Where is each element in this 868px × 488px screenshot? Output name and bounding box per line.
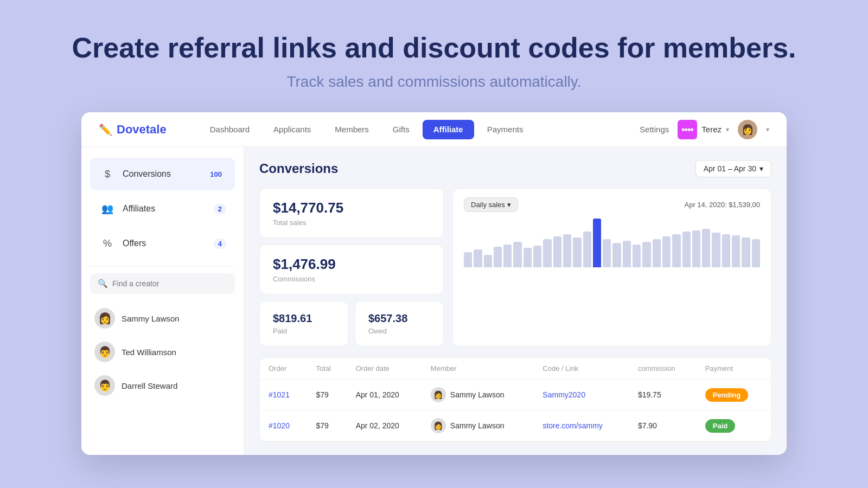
conversions-badge: 100 <box>206 169 226 179</box>
avatar-chevron-icon: ▾ <box>766 126 769 133</box>
avatar: 👩 <box>431 418 446 433</box>
commission-cell: $7.90 <box>629 410 697 441</box>
code-link[interactable]: Sammy2020 <box>534 380 629 410</box>
bar[interactable] <box>742 237 750 267</box>
order-date-cell: Apr 01, 2020 <box>347 380 422 410</box>
status-badge: Paid <box>705 419 735 433</box>
bar[interactable] <box>653 239 661 267</box>
users-icon: 👥 <box>99 200 116 217</box>
bar[interactable] <box>682 232 691 267</box>
table-container: Order Total Order date Member Code / Lin… <box>259 357 771 442</box>
sidebar-item-affiliates[interactable]: 👥 Affiliates 2 <box>90 192 235 225</box>
bar[interactable] <box>524 248 532 267</box>
order-link[interactable]: #1021 <box>260 380 307 410</box>
bar[interactable] <box>494 247 502 267</box>
tab-members[interactable]: Members <box>324 120 380 139</box>
nav-tabs: Dashboard Applicants Members Gifts Affil… <box>199 112 640 146</box>
bar[interactable] <box>692 230 700 267</box>
bar[interactable] <box>474 249 482 267</box>
dollar-icon: $ <box>99 165 116 183</box>
bar[interactable] <box>543 239 551 267</box>
avatar[interactable]: 👩 <box>738 120 757 139</box>
logo-text: Dovetale <box>117 123 167 137</box>
order-link[interactable]: #1020 <box>260 410 307 441</box>
hero-section: Create referral links and discount codes… <box>0 0 868 112</box>
bar[interactable] <box>484 255 492 268</box>
affiliates-badge: 2 <box>214 204 226 214</box>
creator-list: 👩 Sammy Lawson 👨 Ted Williamson 👨 Darrel… <box>90 303 235 401</box>
stat-card-paid: $819.61 Paid <box>259 301 348 346</box>
conversions-table: Order Total Order date Member Code / Lin… <box>260 358 771 441</box>
bar[interactable] <box>702 229 710 267</box>
bar[interactable] <box>633 245 641 268</box>
bar[interactable] <box>732 235 740 267</box>
col-total: Total <box>307 358 347 380</box>
bar[interactable] <box>722 234 730 268</box>
bar[interactable] <box>503 245 512 268</box>
logo[interactable]: ✏️ Dovetale <box>99 123 167 137</box>
bar[interactable] <box>573 237 581 267</box>
chart-dropdown[interactable]: Daily sales ▾ <box>464 197 518 212</box>
creator-name: Ted Williamson <box>122 348 176 357</box>
bar[interactable] <box>662 236 671 267</box>
payment-cell: Paid <box>697 410 771 441</box>
settings-link[interactable]: Settings <box>640 125 669 134</box>
date-range-button[interactable]: Apr 01 – Apr 30 ▾ <box>695 160 771 177</box>
col-commission: commission <box>629 358 697 380</box>
search-input[interactable] <box>112 279 227 288</box>
bar[interactable] <box>612 243 621 267</box>
status-badge: Pending <box>705 388 748 402</box>
bar[interactable] <box>672 234 680 268</box>
tab-dashboard[interactable]: Dashboard <box>199 120 260 139</box>
tab-applicants[interactable]: Applicants <box>263 120 322 139</box>
bar[interactable] <box>752 239 760 267</box>
total-sales-value: $14,770.75 <box>273 200 430 216</box>
right-panel: Conversions Apr 01 – Apr 30 ▾ $14,770.75… <box>244 147 787 455</box>
list-item[interactable]: 👩 Sammy Lawson <box>90 303 235 334</box>
bar[interactable] <box>533 246 541 267</box>
member-name: Sammy Lawson <box>450 390 505 399</box>
sidebar-item-label: Offers <box>123 239 214 248</box>
tab-gifts[interactable]: Gifts <box>382 120 420 139</box>
bar-chart <box>464 219 760 267</box>
col-order: Order <box>260 358 307 380</box>
stat-card-owed: $657.38 Owed <box>355 301 444 346</box>
member-cell: 👩 Sammy Lawson <box>422 410 534 441</box>
bar[interactable] <box>563 234 571 268</box>
bar[interactable] <box>712 233 720 267</box>
commissions-value: $1,476.99 <box>273 256 430 273</box>
list-item[interactable]: 👨 Darrell Steward <box>90 370 235 401</box>
bar[interactable] <box>603 239 611 267</box>
total-cell: $79 <box>307 410 347 441</box>
bar[interactable] <box>513 242 521 267</box>
sidebar-item-offers[interactable]: % Offers 4 <box>90 227 235 260</box>
sidebar-item-conversions[interactable]: $ Conversions 100 <box>90 158 235 190</box>
bar[interactable] <box>464 252 472 267</box>
table-row: #1020 $79 Apr 02, 2020 👩 Sammy Lawson st… <box>260 410 771 441</box>
user-badge[interactable]: ■■■■ Terez ▾ <box>678 120 729 139</box>
main-content: $ Conversions 100 👥 Affiliates 2 % Offer… <box>81 147 787 455</box>
hero-subtitle: Track sales and commissions automaticall… <box>11 73 857 91</box>
bar[interactable] <box>553 236 561 267</box>
stat-card-commissions: $1,476.99 Commissions <box>259 245 444 294</box>
avatar: 👨 <box>94 342 115 362</box>
bar[interactable] <box>623 241 631 267</box>
tab-payments[interactable]: Payments <box>476 120 534 139</box>
col-code-link: Code / Link <box>534 358 629 380</box>
bar[interactable] <box>593 219 601 267</box>
search-box[interactable]: 🔍 <box>90 273 235 294</box>
stats-chart-row: $14,770.75 Total sales $1,476.99 Commiss… <box>259 188 771 346</box>
bar[interactable] <box>642 242 650 267</box>
stats-col: $14,770.75 Total sales $1,476.99 Commiss… <box>259 188 444 346</box>
tab-affiliate[interactable]: Affiliate <box>423 120 474 139</box>
logo-icon: ✏️ <box>99 123 112 136</box>
date-range-label: Apr 01 – Apr 30 <box>704 164 756 173</box>
list-item[interactable]: 👨 Ted Williamson <box>90 336 235 368</box>
stat-card-total-sales: $14,770.75 Total sales <box>259 188 444 238</box>
col-order-date: Order date <box>347 358 422 380</box>
user-color-block: ■■■■ <box>678 120 697 139</box>
header-right: Settings ■■■■ Terez ▾ 👩 ▾ <box>640 120 769 139</box>
code-link[interactable]: store.com/sammy <box>534 410 629 441</box>
header: ✏️ Dovetale Dashboard Applicants Members… <box>81 112 787 147</box>
bar[interactable] <box>583 232 591 267</box>
